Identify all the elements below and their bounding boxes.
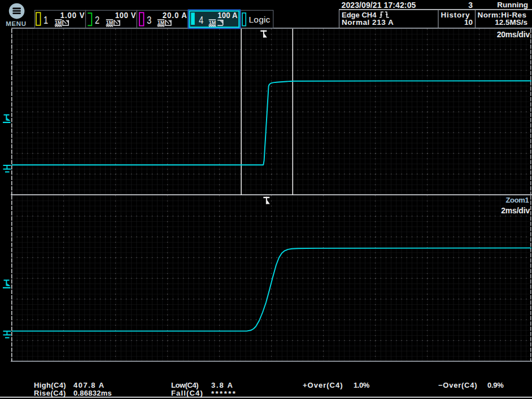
svg-text:1M: 1M bbox=[106, 20, 114, 25]
svg-text:1M: 1M bbox=[209, 20, 216, 25]
svg-text:1M: 1M bbox=[55, 20, 62, 25]
svg-text:1M: 1M bbox=[158, 20, 165, 25]
